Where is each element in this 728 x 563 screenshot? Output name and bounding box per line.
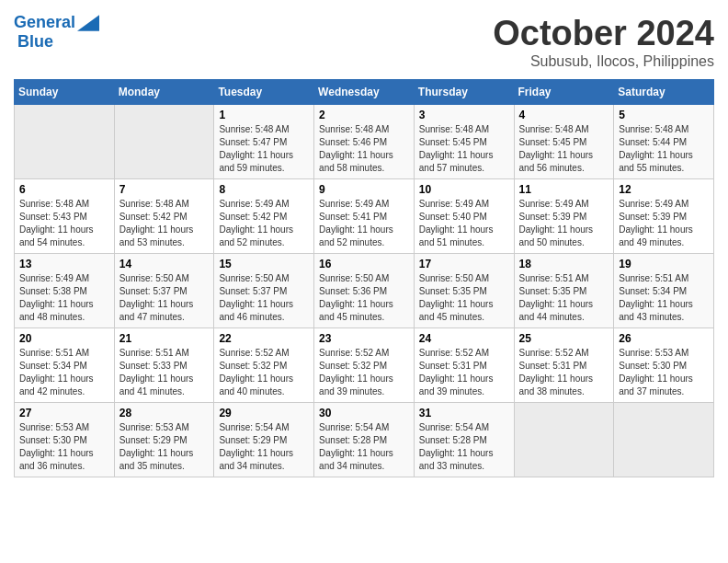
day-number: 23: [319, 332, 409, 345]
day-number: 29: [219, 407, 309, 419]
day-number: 9: [319, 183, 409, 196]
day-info: Sunrise: 5:53 AMSunset: 5:29 PMDaylight:…: [119, 421, 210, 473]
day-info: Sunrise: 5:50 AMSunset: 5:37 PMDaylight:…: [119, 272, 210, 324]
calendar-cell: 29Sunrise: 5:54 AMSunset: 5:29 PMDayligh…: [214, 403, 314, 477]
day-info: Sunrise: 5:51 AMSunset: 5:35 PMDaylight:…: [519, 272, 609, 324]
day-info: Sunrise: 5:52 AMSunset: 5:31 PMDaylight:…: [519, 347, 609, 398]
col-header-tuesday: Tuesday: [214, 80, 314, 105]
day-number: 20: [19, 332, 109, 345]
page-header: General Blue October 2024 Subusub, Iloco…: [14, 14, 714, 70]
day-number: 15: [219, 258, 309, 270]
calendar-cell: 11Sunrise: 5:49 AMSunset: 5:39 PMDayligh…: [514, 179, 614, 254]
week-row-2: 6Sunrise: 5:48 AMSunset: 5:43 PMDaylight…: [15, 179, 714, 254]
day-number: 7: [119, 183, 210, 196]
day-info: Sunrise: 5:52 AMSunset: 5:32 PMDaylight:…: [219, 347, 309, 398]
calendar-cell: 13Sunrise: 5:49 AMSunset: 5:38 PMDayligh…: [15, 254, 115, 328]
calendar-cell: 24Sunrise: 5:52 AMSunset: 5:31 PMDayligh…: [414, 328, 514, 403]
col-header-saturday: Saturday: [614, 80, 714, 105]
col-header-wednesday: Wednesday: [314, 80, 415, 105]
calendar-cell: 5Sunrise: 5:48 AMSunset: 5:44 PMDaylight…: [614, 105, 714, 179]
day-info: Sunrise: 5:54 AMSunset: 5:28 PMDaylight:…: [319, 421, 409, 473]
day-number: 30: [319, 407, 409, 419]
calendar-cell: 26Sunrise: 5:53 AMSunset: 5:30 PMDayligh…: [614, 328, 714, 403]
day-info: Sunrise: 5:54 AMSunset: 5:29 PMDaylight:…: [219, 421, 309, 473]
month-title: October 2024: [493, 14, 714, 53]
calendar-cell: 16Sunrise: 5:50 AMSunset: 5:36 PMDayligh…: [314, 254, 415, 328]
day-info: Sunrise: 5:50 AMSunset: 5:36 PMDaylight:…: [319, 272, 409, 324]
calendar-table: SundayMondayTuesdayWednesdayThursdayFrid…: [14, 79, 714, 477]
day-info: Sunrise: 5:49 AMSunset: 5:39 PMDaylight:…: [519, 198, 609, 249]
logo: General Blue: [14, 14, 99, 52]
day-number: 18: [519, 258, 609, 270]
day-number: 26: [619, 332, 709, 345]
day-info: Sunrise: 5:48 AMSunset: 5:45 PMDaylight:…: [419, 123, 509, 175]
calendar-cell: 14Sunrise: 5:50 AMSunset: 5:37 PMDayligh…: [114, 254, 214, 328]
calendar-cell: 1Sunrise: 5:48 AMSunset: 5:47 PMDaylight…: [214, 105, 314, 179]
day-number: 25: [519, 332, 609, 345]
calendar-cell: 20Sunrise: 5:51 AMSunset: 5:34 PMDayligh…: [15, 328, 115, 403]
day-number: 3: [419, 109, 509, 121]
day-number: 11: [519, 183, 609, 196]
day-info: Sunrise: 5:52 AMSunset: 5:31 PMDaylight:…: [419, 347, 509, 398]
calendar-cell: 22Sunrise: 5:52 AMSunset: 5:32 PMDayligh…: [214, 328, 314, 403]
calendar-cell: 7Sunrise: 5:48 AMSunset: 5:42 PMDaylight…: [114, 179, 214, 254]
calendar-cell: 27Sunrise: 5:53 AMSunset: 5:30 PMDayligh…: [15, 403, 115, 477]
day-info: Sunrise: 5:52 AMSunset: 5:32 PMDaylight:…: [319, 347, 409, 398]
day-info: Sunrise: 5:49 AMSunset: 5:41 PMDaylight:…: [319, 198, 409, 249]
header-row: SundayMondayTuesdayWednesdayThursdayFrid…: [15, 80, 714, 105]
day-info: Sunrise: 5:50 AMSunset: 5:35 PMDaylight:…: [419, 272, 509, 324]
calendar-cell: 15Sunrise: 5:50 AMSunset: 5:37 PMDayligh…: [214, 254, 314, 328]
location-subtitle: Subusub, Ilocos, Philippines: [493, 53, 714, 70]
day-number: 12: [619, 183, 709, 196]
day-info: Sunrise: 5:48 AMSunset: 5:47 PMDaylight:…: [219, 123, 309, 175]
day-number: 5: [619, 109, 709, 121]
day-info: Sunrise: 5:51 AMSunset: 5:34 PMDaylight:…: [19, 347, 109, 398]
day-number: 8: [219, 183, 309, 196]
day-info: Sunrise: 5:53 AMSunset: 5:30 PMDaylight:…: [19, 421, 109, 473]
day-info: Sunrise: 5:51 AMSunset: 5:33 PMDaylight:…: [119, 347, 210, 398]
calendar-cell: 28Sunrise: 5:53 AMSunset: 5:29 PMDayligh…: [114, 403, 214, 477]
calendar-cell: 2Sunrise: 5:48 AMSunset: 5:46 PMDaylight…: [314, 105, 415, 179]
col-header-sunday: Sunday: [15, 80, 115, 105]
calendar-cell: 8Sunrise: 5:49 AMSunset: 5:42 PMDaylight…: [214, 179, 314, 254]
day-number: 19: [619, 258, 709, 270]
day-info: Sunrise: 5:49 AMSunset: 5:42 PMDaylight:…: [219, 198, 309, 249]
day-number: 31: [419, 407, 509, 419]
day-number: 22: [219, 332, 309, 345]
calendar-cell: 21Sunrise: 5:51 AMSunset: 5:33 PMDayligh…: [114, 328, 214, 403]
day-number: 1: [219, 109, 309, 121]
day-number: 17: [419, 258, 509, 270]
day-number: 6: [19, 183, 109, 196]
day-info: Sunrise: 5:49 AMSunset: 5:38 PMDaylight:…: [19, 272, 109, 324]
calendar-cell: [614, 403, 714, 477]
day-number: 14: [119, 258, 210, 270]
calendar-cell: 10Sunrise: 5:49 AMSunset: 5:40 PMDayligh…: [414, 179, 514, 254]
day-info: Sunrise: 5:54 AMSunset: 5:28 PMDaylight:…: [419, 421, 509, 473]
day-number: 27: [19, 407, 109, 419]
calendar-cell: 18Sunrise: 5:51 AMSunset: 5:35 PMDayligh…: [514, 254, 614, 328]
calendar-cell: [114, 105, 214, 179]
day-number: 16: [319, 258, 409, 270]
calendar-cell: 31Sunrise: 5:54 AMSunset: 5:28 PMDayligh…: [414, 403, 514, 477]
day-number: 10: [419, 183, 509, 196]
week-row-1: 1Sunrise: 5:48 AMSunset: 5:47 PMDaylight…: [15, 105, 714, 179]
calendar-cell: 3Sunrise: 5:48 AMSunset: 5:45 PMDaylight…: [414, 105, 514, 179]
logo-icon: [77, 14, 99, 32]
logo-blue: Blue: [17, 32, 53, 52]
day-number: 21: [119, 332, 210, 345]
day-number: 2: [319, 109, 409, 121]
week-row-4: 20Sunrise: 5:51 AMSunset: 5:34 PMDayligh…: [15, 328, 714, 403]
calendar-cell: 23Sunrise: 5:52 AMSunset: 5:32 PMDayligh…: [314, 328, 415, 403]
week-row-3: 13Sunrise: 5:49 AMSunset: 5:38 PMDayligh…: [15, 254, 714, 328]
calendar-cell: 19Sunrise: 5:51 AMSunset: 5:34 PMDayligh…: [614, 254, 714, 328]
day-info: Sunrise: 5:48 AMSunset: 5:43 PMDaylight:…: [19, 198, 109, 249]
day-info: Sunrise: 5:50 AMSunset: 5:37 PMDaylight:…: [219, 272, 309, 324]
calendar-cell: [15, 105, 115, 179]
calendar-cell: 6Sunrise: 5:48 AMSunset: 5:43 PMDaylight…: [15, 179, 115, 254]
logo-text: General: [14, 14, 75, 32]
calendar-cell: 4Sunrise: 5:48 AMSunset: 5:45 PMDaylight…: [514, 105, 614, 179]
col-header-thursday: Thursday: [414, 80, 514, 105]
day-info: Sunrise: 5:49 AMSunset: 5:39 PMDaylight:…: [619, 198, 709, 249]
day-info: Sunrise: 5:48 AMSunset: 5:42 PMDaylight:…: [119, 198, 210, 249]
day-info: Sunrise: 5:51 AMSunset: 5:34 PMDaylight:…: [619, 272, 709, 324]
